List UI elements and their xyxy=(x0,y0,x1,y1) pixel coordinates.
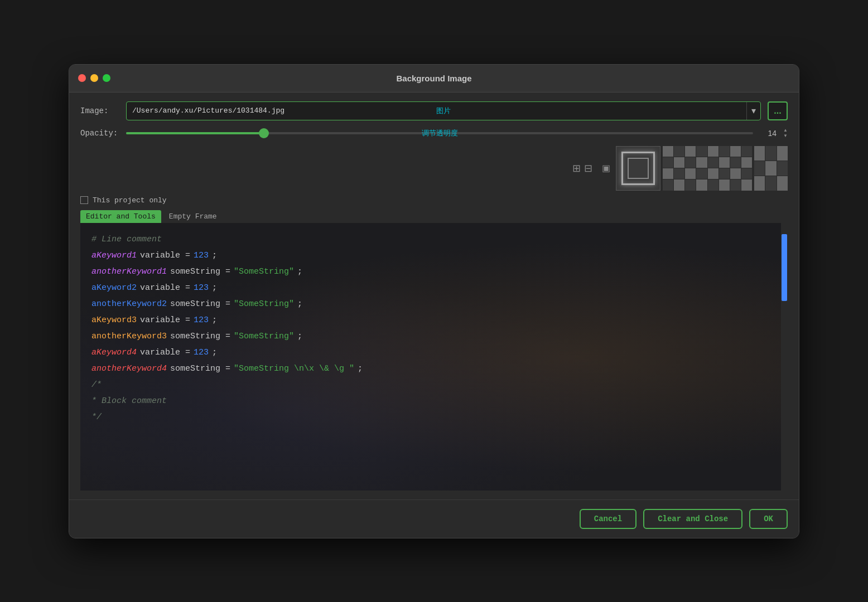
frame-icon[interactable]: ▣ xyxy=(598,161,614,176)
keyword7: aKeyword4 xyxy=(91,345,137,360)
frame-preview xyxy=(616,146,660,191)
grid-cell xyxy=(696,168,707,179)
keyword4: anotherKeyword2 xyxy=(91,297,167,312)
frame-inner xyxy=(621,152,655,185)
grid-preview xyxy=(663,146,752,191)
code-rest-6: someString = xyxy=(170,329,230,344)
ok-button[interactable]: OK xyxy=(749,509,788,529)
code-line-1: aKeyword1 variable = 123; xyxy=(91,248,777,263)
maximize-button[interactable] xyxy=(103,74,110,82)
grid-cell xyxy=(663,146,673,157)
preview-icons: ⊞ ⊟ xyxy=(572,162,592,174)
grid-cell xyxy=(685,146,696,157)
block-start: /* xyxy=(91,377,102,392)
grid-cell xyxy=(708,157,718,168)
grid-icon[interactable]: ⊞ xyxy=(572,162,581,174)
image-row: Image: /Users/andy.xu/Pictures/1031484.j… xyxy=(80,101,788,120)
opacity-value: 14 xyxy=(760,129,777,138)
grid-cell xyxy=(741,179,752,190)
image-label-cn: 图片 xyxy=(436,106,451,116)
keyword6: anotherKeyword3 xyxy=(91,329,167,344)
small-grid xyxy=(754,146,788,191)
opacity-label: Opacity: xyxy=(80,129,119,138)
opacity-row: Opacity: 调节透明度 14 ▲ ▼ xyxy=(80,128,788,138)
grid-cell xyxy=(685,157,696,168)
keyword3: aKeyword2 xyxy=(91,280,137,295)
spinner-up[interactable]: ▲ xyxy=(783,128,788,133)
code-rest-5: variable = xyxy=(140,313,190,328)
keyword8: anotherKeyword4 xyxy=(91,361,167,376)
clear-and-close-button[interactable]: Clear and Close xyxy=(643,509,742,529)
scrollbar[interactable] xyxy=(781,223,788,491)
this-project-only-checkbox[interactable] xyxy=(80,196,88,204)
code-line-block-end: */ xyxy=(91,410,777,425)
browse-button[interactable]: ... xyxy=(768,101,788,120)
keyword5: aKeyword3 xyxy=(91,313,137,328)
image-label: Image: xyxy=(80,106,119,115)
grid-cell xyxy=(696,146,707,157)
grid-cell xyxy=(719,179,730,190)
line-comment: # Line comment xyxy=(91,232,162,247)
grid-cell xyxy=(708,168,718,179)
grid-cell xyxy=(696,157,707,168)
scrollbar-thumb[interactable] xyxy=(782,234,787,301)
code-rest-7: variable = xyxy=(140,345,190,360)
image-path-container: /Users/andy.xu/Pictures/1031484.jpg 图片 ▾ xyxy=(126,101,761,120)
grid-cell xyxy=(674,179,684,190)
keyword1: aKeyword1 xyxy=(91,248,137,263)
preview-row: ⊞ ⊟ ▣ xyxy=(80,146,788,191)
window-title: Background Image xyxy=(396,74,471,83)
tab-editor-and-tools[interactable]: Editor and Tools xyxy=(80,210,161,223)
code-line-block-mid: * Block comment xyxy=(91,394,777,409)
close-button[interactable] xyxy=(78,74,86,82)
grid-cell xyxy=(741,146,752,157)
code-line-4: anotherKeyword2 someString = "SomeString… xyxy=(91,297,777,312)
code-line-8: anotherKeyword4 someString = "SomeString… xyxy=(91,361,777,376)
grid-cell xyxy=(730,146,741,157)
code-rest-3: variable = xyxy=(140,280,190,295)
grid-cell xyxy=(685,179,696,190)
grid-cell xyxy=(674,157,684,168)
tabs-row: Editor and Tools Empty Frame xyxy=(80,210,788,223)
block-mid: * Block comment xyxy=(91,394,167,409)
dropdown-arrow[interactable]: ▾ xyxy=(746,102,760,120)
code-rest-8: someString = xyxy=(170,361,230,376)
grid-cell xyxy=(674,146,684,157)
code-rest-2: someString = xyxy=(170,264,230,279)
minimize-button[interactable] xyxy=(90,74,98,82)
grid-cell xyxy=(730,157,741,168)
opacity-label-cn: 调节透明度 xyxy=(422,128,458,138)
spinner-down[interactable]: ▼ xyxy=(783,134,788,138)
grid-cell xyxy=(708,146,718,157)
slider-container: 调节透明度 xyxy=(126,132,753,134)
grid-cell xyxy=(663,168,673,179)
footer: Cancel Clear and Close OK xyxy=(69,499,799,538)
code-line-3: aKeyword2 variable = 123; xyxy=(91,280,777,295)
checkbox-row: This project only xyxy=(80,196,788,205)
grid-cell xyxy=(730,168,741,179)
checkbox-label: This project only xyxy=(93,196,167,205)
editor-area: # Line comment aKeyword1 variable = 123;… xyxy=(80,223,788,491)
grid-cell xyxy=(719,168,730,179)
tab-empty-frame[interactable]: Empty Frame xyxy=(163,210,223,223)
preview-thumbnails: ▣ xyxy=(598,146,788,191)
grid-cell xyxy=(696,179,707,190)
main-window: Background Image Image: /Users/andy.xu/P… xyxy=(69,64,799,538)
grid-cell xyxy=(674,168,684,179)
slider-thumb[interactable] xyxy=(259,128,269,138)
code-line-6: anotherKeyword3 someString = "SomeString… xyxy=(91,329,777,344)
code-rest-4: someString = xyxy=(170,297,230,312)
code-content: # Line comment aKeyword1 variable = 123;… xyxy=(91,232,777,425)
grid-cell xyxy=(741,168,752,179)
grid2-icon[interactable]: ⊟ xyxy=(584,162,592,174)
settings-content: Image: /Users/andy.xu/Pictures/1031484.j… xyxy=(69,93,799,499)
grid-cell xyxy=(685,168,696,179)
grid-cell xyxy=(730,179,741,190)
code-line-7: aKeyword4 variable = 123; xyxy=(91,345,777,360)
keyword2: anotherKeyword1 xyxy=(91,264,167,279)
block-end: */ xyxy=(91,410,102,425)
cancel-button[interactable]: Cancel xyxy=(580,509,636,529)
grid-cell xyxy=(719,157,730,168)
frame-inner2 xyxy=(628,158,649,179)
opacity-spinner[interactable]: ▲ ▼ xyxy=(783,128,788,138)
